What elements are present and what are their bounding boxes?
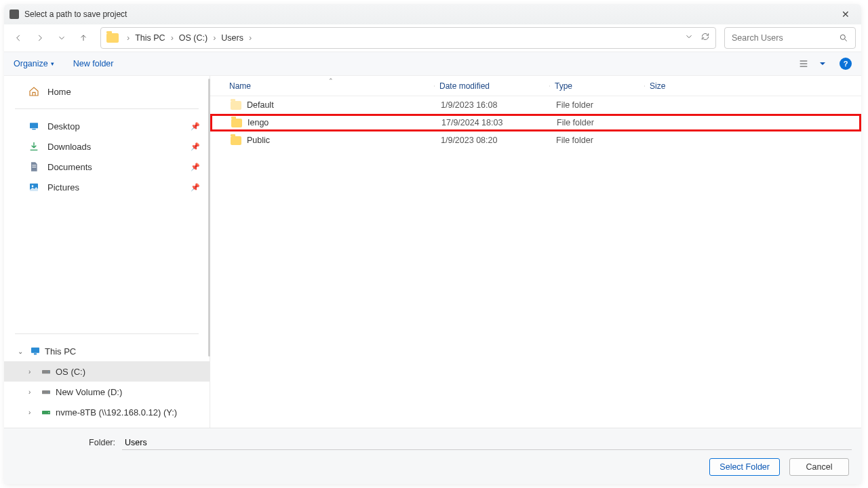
expander-icon[interactable]: › <box>28 409 37 416</box>
save-dialog-window: Select a path to save project ✕ › This P… <box>4 4 861 484</box>
back-button[interactable] <box>9 29 27 47</box>
chevron-down-icon <box>57 33 66 43</box>
view-dropdown[interactable] <box>815 56 830 71</box>
cancel-button[interactable]: Cancel <box>789 458 849 476</box>
col-date[interactable]: Date modified <box>434 81 549 91</box>
folder-name-input[interactable] <box>122 435 852 450</box>
col-label: Name <box>229 81 251 91</box>
tree-label: nvme-8TB (\\192.168.0.12) (Y:) <box>56 407 177 418</box>
breadcrumb-drive[interactable]: OS (C:) <box>176 32 210 44</box>
button-row: Select Folder Cancel <box>14 458 852 476</box>
organize-label: Organize <box>14 59 48 68</box>
refresh-button[interactable] <box>701 32 710 44</box>
close-button[interactable]: ✕ <box>835 9 856 20</box>
file-row[interactable]: Public1/9/2023 08:20File folder <box>210 131 861 149</box>
breadcrumb-sep: › <box>246 32 254 44</box>
pin-icon: 📌 <box>191 142 200 151</box>
folder-label: Folder: <box>14 438 122 447</box>
sidebar-home[interactable]: Home <box>4 81 210 102</box>
breadcrumb-users[interactable]: Users <box>218 32 246 44</box>
file-type: File folder <box>551 100 646 110</box>
chevron-down-icon <box>684 32 694 41</box>
col-size[interactable]: Size <box>644 81 705 91</box>
arrow-right-icon <box>35 33 45 43</box>
pictures-icon <box>28 182 39 192</box>
file-date: 1/9/2023 16:08 <box>435 100 551 110</box>
expander-icon[interactable]: ⌄ <box>18 348 26 355</box>
caret-down-icon: ▾ <box>51 60 54 67</box>
file-date: 17/9/2024 18:03 <box>436 118 551 127</box>
pin-icon: 📌 <box>191 183 200 192</box>
col-name[interactable]: Name ⌃ <box>224 81 434 91</box>
search-icon <box>839 33 848 43</box>
file-name: Default <box>247 100 274 110</box>
breadcrumb-sep: › <box>210 32 218 44</box>
select-folder-button[interactable]: Select Folder <box>709 458 780 476</box>
address-bar[interactable]: › This PC › OS (C:) › Users › <box>100 27 716 49</box>
file-name: Iengo <box>248 118 269 127</box>
arrow-up-icon <box>79 33 88 43</box>
sidebar-item-label: Desktop <box>47 121 80 131</box>
sidebar-documents[interactable]: Documents 📌 <box>4 157 210 177</box>
view-options-button[interactable] <box>796 56 811 71</box>
svg-rect-8 <box>34 353 37 354</box>
expander-icon[interactable]: › <box>28 368 37 375</box>
help-button[interactable]: ? <box>840 58 852 70</box>
tree-drive-c[interactable]: › OS (C:) <box>4 361 210 382</box>
file-date: 1/9/2023 08:20 <box>435 136 551 145</box>
sidebar-item-label: Downloads <box>47 142 91 152</box>
drive-icon <box>41 366 52 377</box>
desktop-icon <box>28 121 39 131</box>
download-icon <box>28 141 39 152</box>
col-type[interactable]: Type <box>549 81 644 91</box>
caret-down-icon <box>817 58 828 69</box>
sidebar-item-label: Documents <box>47 162 92 172</box>
svg-point-14 <box>48 412 49 413</box>
pin-icon: 📌 <box>191 122 200 131</box>
breadcrumb-thispc[interactable]: This PC <box>132 32 167 44</box>
sidebar-desktop[interactable]: Desktop 📌 <box>4 116 210 136</box>
expander-icon[interactable]: › <box>28 388 37 396</box>
sidebar-downloads[interactable]: Downloads 📌 <box>4 136 210 157</box>
tree-thispc[interactable]: ⌄ This PC <box>4 341 210 361</box>
home-icon <box>28 86 39 97</box>
svg-rect-4 <box>32 167 36 167</box>
tree-label: New Volume (D:) <box>56 387 122 397</box>
folder-name-row: Folder: <box>14 435 852 450</box>
folder-icon <box>231 101 241 110</box>
address-dropdown[interactable] <box>684 32 694 44</box>
forward-button[interactable] <box>31 29 49 47</box>
new-folder-label: New folder <box>73 59 114 68</box>
search-box[interactable] <box>724 27 856 49</box>
recent-dropdown[interactable] <box>53 29 71 47</box>
sidebar-item-label: Pictures <box>47 182 79 192</box>
new-folder-button[interactable]: New folder <box>73 59 114 68</box>
file-list-area: Name ⌃ Date modified Type Size Default1/… <box>210 76 861 428</box>
search-input[interactable] <box>732 33 839 43</box>
dialog-footer: Folder: Select Folder Cancel <box>4 428 861 484</box>
organize-menu[interactable]: Organize ▾ <box>14 59 54 68</box>
arrow-left-icon <box>14 33 23 43</box>
dialog-body: Home Desktop 📌 Downloads 📌 <box>4 76 861 428</box>
sort-indicator-icon: ⌃ <box>328 77 334 84</box>
breadcrumb-sep: › <box>168 32 176 44</box>
sidebar: Home Desktop 📌 Downloads 📌 <box>4 76 210 428</box>
drive-icon <box>41 386 52 397</box>
file-type: File folder <box>551 118 646 127</box>
sidebar-separator <box>15 333 199 334</box>
pin-icon: 📌 <box>191 163 200 171</box>
file-row[interactable]: Default1/9/2023 16:08File folder <box>210 96 861 114</box>
command-bar: Organize ▾ New folder ? <box>4 52 861 76</box>
list-view-icon <box>798 58 809 69</box>
network-drive-icon <box>41 407 52 418</box>
sidebar-pictures[interactable]: Pictures 📌 <box>4 177 210 197</box>
tree-drive-d[interactable]: › New Volume (D:) <box>4 382 210 402</box>
up-button[interactable] <box>75 29 92 47</box>
svg-rect-3 <box>32 165 36 165</box>
tree-label: OS (C:) <box>56 367 85 377</box>
tree-drive-network[interactable]: › nvme-8TB (\\192.168.0.12) (Y:) <box>4 402 210 422</box>
svg-rect-1 <box>30 123 38 128</box>
file-row[interactable]: Iengo17/9/2024 18:03File folder <box>210 114 861 131</box>
breadcrumb-sep: › <box>124 32 132 44</box>
window-title: Select a path to save project <box>24 9 835 19</box>
